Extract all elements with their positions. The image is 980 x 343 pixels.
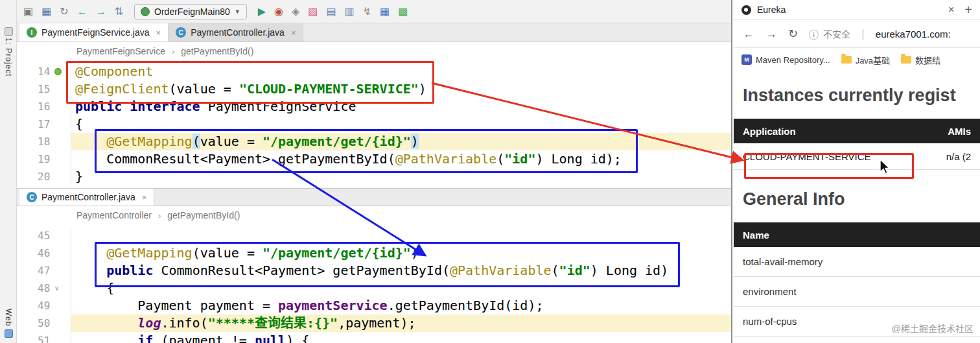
class-file-icon: C	[176, 27, 186, 38]
reload-icon[interactable]: ↻	[788, 27, 798, 41]
code-line[interactable]: 48∨ {	[17, 279, 731, 297]
profiler-icon[interactable]: ▨	[308, 6, 318, 17]
code-line[interactable]: 16public interface PaymentFeignService	[17, 98, 731, 115]
code-editor-bottom[interactable]: 4546 @GetMapping(value = "/payment/get/{…	[17, 224, 731, 343]
code-line[interactable]: 14@Component	[17, 63, 731, 80]
code-text: @GetMapping(value = "/payment/get/{id}")	[71, 133, 731, 150]
editor-tab-label: PaymentController.java	[41, 192, 135, 202]
sort-lines-icon[interactable]: ⇅	[115, 6, 123, 17]
run-icon[interactable]: ▶	[258, 6, 266, 17]
instances-heading: Instances currently regist	[743, 86, 980, 106]
forward-icon[interactable]: →	[765, 27, 777, 41]
fold-icon[interactable]: ∨	[54, 279, 59, 297]
lightning-icon[interactable]: ↯	[363, 6, 371, 17]
spring-bean-gutter-icon[interactable]	[54, 68, 62, 75]
gutter[interactable]: 20	[17, 168, 71, 185]
gutter[interactable]: 16	[17, 98, 71, 115]
code-text	[71, 227, 731, 244]
code-line[interactable]: 17{	[17, 115, 731, 133]
gutter[interactable]: 50	[17, 314, 71, 332]
nav-forward-icon[interactable]: →	[96, 6, 106, 17]
code-token	[75, 134, 106, 149]
code-line[interactable]: 50 log.info("*****查询结果:{}",payment);	[17, 314, 731, 332]
gutter[interactable]: 18	[17, 133, 71, 150]
ide-window-icon[interactable]: ▣	[23, 6, 33, 17]
bookmark-item[interactable]: MMaven Repository...	[741, 54, 830, 65]
breadcrumb-item[interactable]: PaymentController	[76, 210, 152, 220]
gutter[interactable]: 15	[17, 80, 71, 98]
gutter[interactable]: 45	[17, 227, 71, 244]
browser-tab[interactable]: Eureka ×	[741, 4, 954, 16]
grid-window-icon[interactable]: ▦	[380, 6, 390, 17]
gutter[interactable]: 46	[17, 244, 71, 262]
code-text: Payment payment = paymentService.getPaym…	[71, 297, 731, 314]
gutter[interactable]: 51	[17, 332, 71, 343]
bookmark-item[interactable]: 数据结	[901, 54, 940, 66]
code-text: {	[71, 115, 731, 133]
code-text: log.info("*****查询结果:{}",payment);	[71, 314, 731, 332]
gutter[interactable]: 47	[17, 262, 71, 279]
code-line[interactable]: 49 Payment payment = paymentService.getP…	[17, 297, 731, 314]
gutter[interactable]: 17	[17, 115, 71, 133]
editor-tab[interactable]: CPaymentController.java×	[169, 23, 303, 41]
code-editor-top[interactable]: 14@Component15@FeignClient(value = "CLOU…	[17, 60, 731, 188]
tab-close-icon[interactable]: ×	[142, 193, 147, 202]
code-token: ) Long id)	[590, 263, 668, 278]
code-token: PaymentFeignService	[208, 99, 356, 114]
screenshot-stage: 1: Project Web ▣▦↻←→⇅ OrderFeignMain80 ▼…	[0, 0, 980, 343]
editor-tab[interactable]: IPaymentFeignService.java×	[19, 23, 169, 41]
breadcrumb-item[interactable]: getPaymentById()	[167, 210, 240, 220]
breadcrumb-item[interactable]: PaymentFeignService	[76, 46, 165, 56]
code-token: {	[75, 280, 114, 296]
editor-tabbar-top: IPaymentFeignService.java×CPaymentContro…	[17, 23, 731, 42]
eureka-page: Instances currently regist Application A…	[734, 86, 980, 337]
plugin-icon[interactable]: ▩	[398, 6, 408, 17]
tab-close-icon[interactable]: ×	[291, 28, 296, 38]
web-tool-icon[interactable]	[5, 329, 13, 338]
back-icon[interactable]: ←	[743, 27, 754, 41]
code-line[interactable]: 20}	[17, 168, 731, 185]
layout-icon[interactable]: ▥	[345, 6, 355, 17]
address-url[interactable]: eureka7001.com:	[876, 29, 951, 40]
project-tool-button[interactable]: 1: Project	[4, 38, 13, 77]
sync-icon[interactable]: ↻	[60, 6, 68, 17]
line-number: 15	[38, 80, 50, 98]
split-window-icon[interactable]: ▤	[326, 6, 336, 17]
breadcrumb-separator: ›	[158, 211, 161, 220]
code-line[interactable]: 46 @GetMapping(value = "/payment/get/{id…	[17, 244, 731, 262]
code-line[interactable]: 15@FeignClient(value = "CLOUD-PAYMENT-SE…	[17, 80, 731, 98]
code-token: (	[552, 263, 559, 278]
gutter[interactable]: 49	[17, 297, 71, 314]
code-line[interactable]: 51 if (payment != null) {	[17, 332, 731, 343]
bookmark-item[interactable]: Java基础	[841, 54, 890, 66]
new-tab-button[interactable]: +	[961, 3, 972, 18]
tab-close-icon[interactable]: ×	[948, 4, 954, 16]
gutter[interactable]: 19	[17, 150, 71, 168]
code-token: )	[411, 134, 419, 149]
code-line[interactable]: 47 public CommonResult<Payment> getPayme…	[17, 262, 731, 279]
bookmark-label: 数据结	[915, 54, 940, 66]
gutter[interactable]: 48∨	[17, 279, 71, 297]
code-token: (value =	[169, 81, 239, 97]
editor-tab[interactable]: CPaymentController.java×	[19, 189, 154, 206]
line-number: 48	[38, 279, 50, 297]
tab-close-icon[interactable]: ×	[156, 28, 161, 38]
gutter[interactable]: 14	[17, 63, 71, 80]
code-token: "CLOUD-PAYMENT-SERVICE"	[239, 81, 419, 97]
run-configuration-select[interactable]: OrderFeignMain80 ▼	[134, 4, 247, 19]
application-name[interactable]: CLOUD-PAYMENT-SERVICE	[743, 151, 871, 162]
save-all-icon[interactable]: ▦	[41, 6, 51, 17]
code-line[interactable]: 19 CommonResult<Payment> getPaymentById(…	[17, 150, 731, 168]
code-token: }	[75, 169, 83, 184]
project-tool-icon[interactable]	[5, 27, 13, 36]
web-tool-button[interactable]: Web	[4, 309, 13, 326]
code-token: CommonResult<Payment> getPaymentById(	[75, 151, 395, 167]
code-line[interactable]: 18 @GetMapping(value = "/payment/get/{id…	[17, 133, 731, 150]
code-token: public	[106, 263, 161, 278]
breadcrumb-item[interactable]: getPaymentById()	[181, 46, 253, 56]
code-line[interactable]: 45	[17, 227, 731, 244]
site-security-indicator[interactable]: ⓘ 不安全	[809, 27, 850, 41]
debug-bug-icon[interactable]: ◉	[274, 6, 283, 17]
coverage-icon[interactable]: ◈	[292, 6, 299, 17]
nav-back-icon[interactable]: ←	[77, 6, 88, 17]
